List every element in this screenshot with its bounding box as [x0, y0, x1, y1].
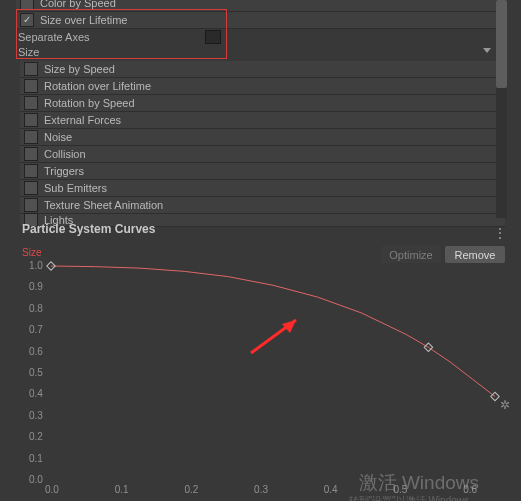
module-color-by-speed[interactable]: Color by Speed [16, 0, 505, 12]
svg-text:0.0: 0.0 [45, 484, 59, 495]
checkbox-separate-axes[interactable] [205, 30, 221, 44]
watermark-line1: 激活 Windows [359, 470, 479, 496]
svg-rect-20 [491, 392, 499, 400]
module-size-over-lifetime[interactable]: ✓ Size over Lifetime [16, 12, 505, 29]
svg-text:0.4: 0.4 [29, 388, 43, 399]
svg-text:0.0: 0.0 [29, 474, 43, 485]
module-size-by-speed[interactable]: Size by Speed [20, 61, 505, 78]
svg-text:0.4: 0.4 [324, 484, 338, 495]
module-label: Rotation by Speed [44, 95, 135, 111]
checkbox-icon[interactable] [24, 147, 38, 161]
panel-title: Particle System Curves [22, 222, 155, 236]
checkbox-icon[interactable] [24, 198, 38, 212]
svg-text:0.2: 0.2 [184, 484, 198, 495]
svg-text:0.7: 0.7 [29, 324, 43, 335]
checkbox-icon[interactable] [24, 62, 38, 76]
svg-text:0.6: 0.6 [29, 346, 43, 357]
svg-text:0.8: 0.8 [29, 303, 43, 314]
dropdown-icon[interactable] [483, 48, 491, 53]
module-label: Color by Speed [40, 0, 116, 11]
prop-size[interactable]: Size [18, 44, 39, 59]
scrollbar-thumb[interactable] [496, 0, 507, 88]
module-label: Size by Speed [44, 61, 115, 77]
checkbox-icon[interactable] [24, 130, 38, 144]
prop-label: Separate Axes [18, 31, 90, 43]
module-label: Texture Sheet Animation [44, 197, 163, 213]
svg-text:0.9: 0.9 [29, 281, 43, 292]
svg-text:0.1: 0.1 [115, 484, 129, 495]
checkbox-icon[interactable] [24, 181, 38, 195]
svg-marker-22 [282, 320, 296, 333]
curve-editor[interactable]: 0.00.10.20.30.40.50.60.70.80.91.00.00.10… [13, 258, 521, 501]
curve-label: Size [22, 247, 41, 258]
checkbox-icon[interactable] [24, 79, 38, 93]
module-label: Rotation over Lifetime [44, 78, 151, 94]
checkbox-icon[interactable] [20, 0, 34, 10]
module-label: External Forces [44, 112, 121, 128]
scrollbar[interactable] [496, 0, 507, 218]
prop-label: Size [18, 46, 39, 58]
module-list-top: Color by Speed ✓ Size over Lifetime [16, 0, 505, 29]
svg-text:0.2: 0.2 [29, 431, 43, 442]
module-label: Size over Lifetime [40, 12, 127, 28]
module-label: Noise [44, 129, 72, 145]
prop-separate-axes[interactable]: Separate Axes [18, 29, 90, 44]
module-collision[interactable]: Collision [20, 146, 505, 163]
checkbox-icon[interactable]: ✓ [20, 13, 34, 27]
watermark-line2: 转到"设置"以激活 Windows。 [349, 494, 479, 501]
module-label: Triggers [44, 163, 84, 179]
svg-text:0.3: 0.3 [29, 410, 43, 421]
module-texture-sheet-animation[interactable]: Texture Sheet Animation [20, 197, 505, 214]
gear-icon[interactable]: ✲ [500, 398, 510, 412]
module-list: Size by Speed Rotation over Lifetime Rot… [20, 61, 505, 227]
svg-text:0.5: 0.5 [29, 367, 43, 378]
svg-text:0.1: 0.1 [29, 453, 43, 464]
checkbox-icon[interactable] [24, 96, 38, 110]
module-sub-emitters[interactable]: Sub Emitters [20, 180, 505, 197]
module-external-forces[interactable]: External Forces [20, 112, 505, 129]
module-rotation-by-speed[interactable]: Rotation by Speed [20, 95, 505, 112]
module-rotation-over-lifetime[interactable]: Rotation over Lifetime [20, 78, 505, 95]
module-label: Collision [44, 146, 86, 162]
checkbox-icon[interactable] [24, 113, 38, 127]
module-triggers[interactable]: Triggers [20, 163, 505, 180]
module-noise[interactable]: Noise [20, 129, 505, 146]
panel-menu-icon[interactable]: ⋮ [494, 226, 507, 240]
svg-text:0.3: 0.3 [254, 484, 268, 495]
svg-text:1.0: 1.0 [29, 260, 43, 271]
checkbox-icon[interactable] [24, 164, 38, 178]
module-label: Sub Emitters [44, 180, 107, 196]
